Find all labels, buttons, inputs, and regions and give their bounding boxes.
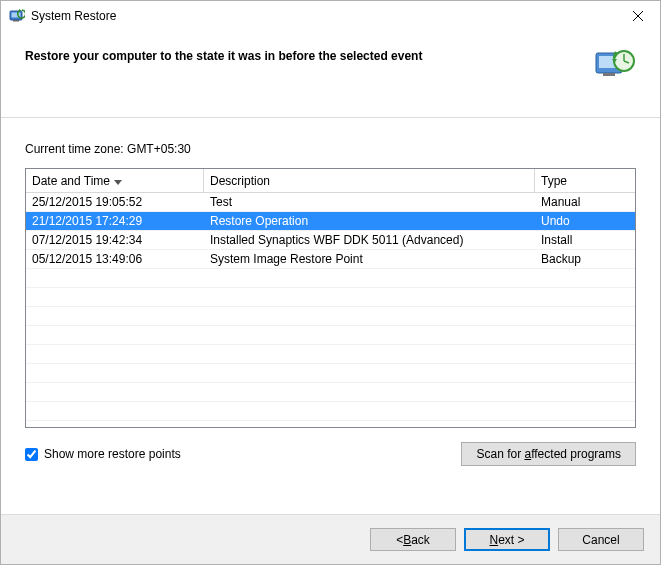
table-row-empty [26, 383, 635, 402]
column-header-label: Type [541, 174, 567, 188]
column-header-label: Date and Time [32, 174, 110, 188]
cell-description: Restore Operation [204, 212, 535, 230]
cell-description: Test [204, 193, 535, 211]
show-more-label[interactable]: Show more restore points [44, 447, 181, 461]
column-header-date[interactable]: Date and Time [26, 169, 204, 192]
table-row-empty [26, 269, 635, 288]
titlebar: System Restore [1, 1, 660, 31]
restore-points-table[interactable]: Date and Time Description Type 25/12/201… [25, 168, 636, 428]
table-row-empty [26, 307, 635, 326]
column-header-type[interactable]: Type [535, 169, 635, 192]
cell-type: Backup [535, 250, 635, 268]
window-title: System Restore [31, 9, 616, 23]
scan-affected-programs-button[interactable]: Scan for affected programs [461, 442, 636, 466]
wizard-footer: < Back Next > Cancel [1, 514, 660, 564]
cell-date: 21/12/2015 17:24:29 [26, 212, 204, 230]
cell-description: System Image Restore Point [204, 250, 535, 268]
cell-description: Installed Synaptics WBF DDK 5011 (Advanc… [204, 231, 535, 249]
table-header: Date and Time Description Type [26, 169, 635, 193]
restore-large-icon [594, 45, 636, 87]
table-footer-row: Show more restore points Scan for affect… [25, 442, 636, 466]
cell-type: Install [535, 231, 635, 249]
svg-rect-8 [603, 73, 615, 76]
show-more-checkbox[interactable] [25, 448, 38, 461]
table-row-empty [26, 402, 635, 421]
svg-marker-13 [114, 180, 122, 185]
table-row[interactable]: 05/12/2015 13:49:06System Image Restore … [26, 250, 635, 269]
table-row[interactable]: 25/12/2015 19:05:52TestManual [26, 193, 635, 212]
system-restore-icon [9, 8, 25, 24]
table-row-empty [26, 288, 635, 307]
cell-type: Manual [535, 193, 635, 211]
cell-date: 05/12/2015 13:49:06 [26, 250, 204, 268]
table-body: 25/12/2015 19:05:52TestManual21/12/2015 … [26, 193, 635, 427]
table-row[interactable]: 21/12/2015 17:24:29Restore OperationUndo [26, 212, 635, 231]
cancel-button[interactable]: Cancel [558, 528, 644, 551]
show-more-checkbox-group[interactable]: Show more restore points [25, 447, 181, 461]
sort-desc-icon [114, 174, 122, 188]
table-row-empty [26, 326, 635, 345]
next-button[interactable]: Next > [464, 528, 550, 551]
column-header-description[interactable]: Description [204, 169, 535, 192]
timezone-label: Current time zone: GMT+05:30 [25, 142, 636, 156]
table-row-empty [26, 345, 635, 364]
back-button[interactable]: < Back [370, 528, 456, 551]
close-icon [633, 11, 643, 21]
wizard-header: Restore your computer to the state it wa… [1, 31, 660, 118]
column-header-label: Description [210, 174, 270, 188]
wizard-content: Current time zone: GMT+05:30 Date and Ti… [1, 118, 660, 514]
cell-date: 25/12/2015 19:05:52 [26, 193, 204, 211]
table-row[interactable]: 07/12/2015 19:42:34Installed Synaptics W… [26, 231, 635, 250]
system-restore-window: System Restore Restore your computer to … [0, 0, 661, 565]
cell-type: Undo [535, 212, 635, 230]
table-row-empty [26, 364, 635, 383]
close-button[interactable] [616, 1, 660, 31]
page-heading: Restore your computer to the state it wa… [25, 45, 594, 63]
cell-date: 07/12/2015 19:42:34 [26, 231, 204, 249]
svg-rect-2 [13, 20, 19, 22]
